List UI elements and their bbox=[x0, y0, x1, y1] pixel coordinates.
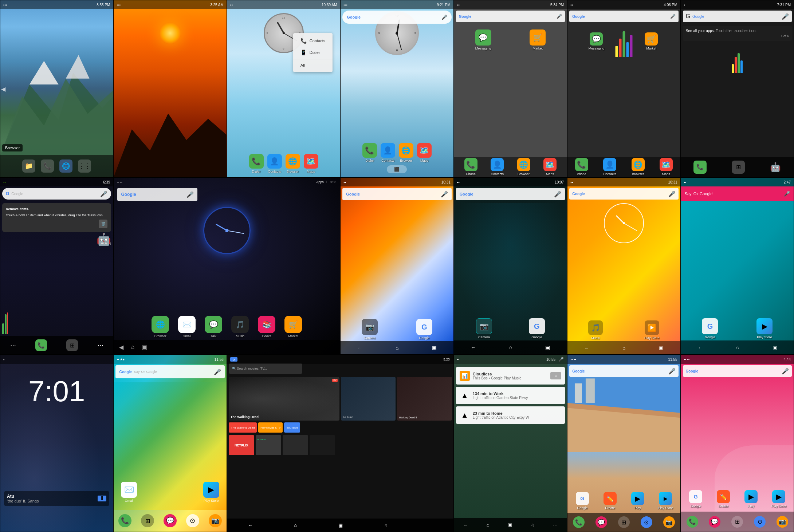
apps-dock-r3c7[interactable]: ⊞ bbox=[731, 516, 743, 528]
home-btn-r2c7[interactable]: ⌂ bbox=[736, 345, 739, 350]
search-bar-r2c6[interactable]: Google 🎤 bbox=[569, 188, 678, 200]
music-btn-r3c5[interactable]: ♫ bbox=[531, 522, 534, 528]
app-google-r3c7[interactable]: G Google bbox=[683, 490, 709, 508]
nav-prev-r2c1[interactable]: ⋯ bbox=[10, 342, 16, 349]
app-playstore-r3c7[interactable]: ▶ Play Store bbox=[766, 490, 792, 508]
mic-icon-r1c6[interactable]: 🎤 bbox=[670, 14, 676, 19]
dock-phone-r1c6[interactable]: 📞 Phone bbox=[575, 158, 588, 176]
popup-dialer[interactable]: 📱 Dialer bbox=[293, 47, 333, 58]
app-maps-r1c3[interactable]: 🗺️ Maps bbox=[304, 154, 318, 173]
app-market-r1c5[interactable]: 🛒 Market bbox=[512, 29, 563, 50]
home-nav-card[interactable]: ▲ 23 min to Home Light traffic on Atlant… bbox=[456, 406, 565, 424]
dock-maps-r1c5[interactable]: 🗺️ Maps bbox=[543, 158, 557, 176]
search-bar-r3c2[interactable]: Google Say 'Ok Google' 🎤 bbox=[115, 365, 224, 378]
app-gmail-tablet[interactable]: ✉️ Gmail bbox=[178, 316, 196, 338]
app-browser-tablet[interactable]: 🌐 Browser bbox=[152, 316, 169, 338]
search-bar-r1c5[interactable]: Google 🎤 bbox=[456, 11, 565, 22]
mic-icon-r3c2[interactable]: 🎤 bbox=[214, 369, 221, 375]
app-dialer-r1c4[interactable]: 📞 Dialer bbox=[362, 143, 377, 162]
dock-folder-icon[interactable]: 📁 bbox=[22, 159, 35, 173]
search-bar-r2c1[interactable]: G Google 🎤 bbox=[2, 188, 111, 200]
apps-plus-icon[interactable]: + bbox=[326, 180, 328, 185]
thumb4[interactable] bbox=[310, 435, 335, 455]
recent-btn-r2c4[interactable]: ▣ bbox=[432, 345, 437, 351]
recent-btn-r2c6[interactable]: ▣ bbox=[659, 345, 663, 351]
back-btn-r2c5[interactable]: ← bbox=[471, 344, 476, 350]
search-bar-r1c7[interactable]: G Google 🎤 bbox=[683, 11, 792, 22]
dock-browser-icon[interactable]: 🌐 bbox=[59, 159, 72, 173]
app-play-r2c7[interactable]: ▶ Play Store bbox=[756, 318, 773, 339]
search-bar-r3c34[interactable]: 🔍 Search movies, TV... bbox=[229, 363, 302, 374]
app-google-r2c7[interactable]: G Google bbox=[702, 318, 718, 339]
dock-phone-icon[interactable]: 📞 bbox=[41, 159, 54, 173]
app-google-r2c4[interactable]: G Google bbox=[416, 319, 432, 340]
youtube-cat[interactable]: YouTube bbox=[284, 422, 300, 433]
phone-dock-r3c6[interactable]: 📞 bbox=[573, 516, 585, 528]
hulu-thumb[interactable]: hulumax bbox=[256, 435, 281, 455]
back-btn-r2c6[interactable]: ← bbox=[584, 345, 589, 351]
apps-dock-r3c2[interactable]: ⊞ bbox=[141, 514, 154, 527]
netflix-thumb[interactable]: NETFLIX bbox=[229, 435, 254, 455]
app-play-r3c6[interactable]: ▶ Play bbox=[625, 492, 650, 510]
search-bar-r3c6[interactable]: Google 🎤 bbox=[569, 365, 678, 377]
dock-maps-r1c6[interactable]: 🗺️ Maps bbox=[660, 158, 673, 176]
back-btn-r3c5[interactable]: ← bbox=[463, 522, 468, 528]
app-gmail-r3c2[interactable]: ✉️ Gmail bbox=[121, 482, 137, 503]
back-btn-r2c7[interactable]: ← bbox=[698, 345, 703, 350]
home-btn-r3c34[interactable]: ⌂ bbox=[294, 523, 297, 528]
app-messaging-r1c5[interactable]: 💬 Messaging bbox=[458, 29, 509, 50]
music-nav-r3c34[interactable]: ♫ bbox=[384, 523, 387, 527]
back-icon-tablet[interactable]: ◀ bbox=[119, 344, 123, 351]
app-talk-tablet[interactable]: 💬 Talk bbox=[205, 316, 222, 338]
mic-icon-tablet[interactable]: 🎤 bbox=[186, 191, 194, 198]
pause-btn[interactable]: ⏸ bbox=[98, 496, 106, 501]
mic-icon-r2c6[interactable]: 🎤 bbox=[668, 190, 676, 197]
home-btn-r2c4[interactable]: ⌂ bbox=[396, 345, 398, 351]
app-google-r2c5[interactable]: G Google bbox=[529, 318, 545, 339]
mic-icon-r2c7[interactable]: 🎤 bbox=[784, 191, 790, 197]
mic-icon-r1c5[interactable]: 🎤 bbox=[557, 14, 562, 19]
msg-dock-r3c7[interactable]: 💬 bbox=[709, 516, 720, 528]
app-maps-r1c4[interactable]: 🗺️ Maps bbox=[417, 143, 432, 162]
app-google-r3c6[interactable]: G Google bbox=[569, 492, 595, 510]
recent-btn-r3c34[interactable]: ▣ bbox=[338, 523, 343, 528]
walking-dead-cat[interactable]: The Walking Dead bbox=[229, 422, 257, 433]
app-browser-r1c3[interactable]: 🌐 Browser bbox=[286, 154, 300, 173]
dock-browser-r1c5[interactable]: 🌐 Browser bbox=[517, 158, 530, 176]
app-camera-r2c4[interactable]: 📷 Camera bbox=[362, 319, 378, 340]
walking-dead-9-thumb[interactable]: Walking Dead 9 bbox=[397, 377, 452, 421]
recent-icon-tablet[interactable]: ▣ bbox=[142, 344, 147, 351]
phone-dock-r3c7[interactable]: 📞 bbox=[687, 516, 698, 528]
phone-nav-r2c1[interactable]: 📞 bbox=[35, 339, 47, 351]
msg-dock-r3c2[interactable]: 💬 bbox=[164, 514, 177, 527]
dock-contacts-r1c5[interactable]: 👤 Contacts bbox=[491, 158, 504, 176]
back-btn-r3c34[interactable]: ← bbox=[248, 523, 253, 528]
popup-all[interactable]: All bbox=[293, 60, 333, 70]
app-camera-r2c5[interactable]: 📷 Camera bbox=[476, 318, 492, 339]
app-browser-r1c4[interactable]: 🌐 Browser bbox=[399, 143, 413, 162]
search-bar-r2c4[interactable]: Google 🎤 bbox=[342, 188, 451, 200]
recent-btn-r3c5[interactable]: ▣ bbox=[508, 522, 512, 528]
mic-icon-r3c7[interactable]: 🎤 bbox=[782, 368, 789, 375]
app-drawer-icon-r1c7[interactable]: ⊞ bbox=[732, 161, 745, 174]
mic-icon-r1c7[interactable]: 🎤 bbox=[782, 13, 789, 20]
work-nav-card[interactable]: ▲ 134 min to Work Light traffic on Garde… bbox=[456, 387, 565, 404]
mic-icon-r3c6[interactable]: 🎤 bbox=[668, 368, 676, 375]
mic-icon-r2c4[interactable]: 🎤 bbox=[441, 191, 448, 198]
left-arrow[interactable]: ◀ bbox=[1, 85, 5, 92]
walking-dead-featured[interactable]: The Walking Dead FX bbox=[229, 377, 339, 421]
app-create-r3c7[interactable]: ✏️ Create bbox=[711, 490, 736, 508]
chrome-dock-r3c2[interactable]: ⊙ bbox=[186, 514, 199, 527]
thumb3[interactable] bbox=[283, 435, 308, 455]
app-play-r3c7[interactable]: ▶ Play bbox=[738, 490, 764, 508]
mic-icon-r2c5[interactable]: 🎤 bbox=[554, 191, 561, 198]
phone-icon-r1c7[interactable]: 📞 bbox=[693, 161, 707, 174]
dock-browser-r1c6[interactable]: 🌐 Browser bbox=[632, 158, 645, 176]
apps-nav-r2c1[interactable]: ⊞ bbox=[66, 339, 78, 351]
music-now-card[interactable]: 📊 Cloudless Thijs Bos • Google Play Musi… bbox=[456, 367, 565, 385]
mic-icon-r2c1[interactable]: 🎤 bbox=[100, 190, 107, 197]
search-bar-r1c4[interactable]: Google 🎤 bbox=[342, 11, 451, 24]
app-play-r2c6[interactable]: ▶️ Play Store bbox=[644, 320, 660, 340]
cam-dock-r3c2[interactable]: 📷 bbox=[209, 514, 222, 527]
play-movies-cat[interactable]: Play Movies & TV bbox=[258, 422, 283, 433]
